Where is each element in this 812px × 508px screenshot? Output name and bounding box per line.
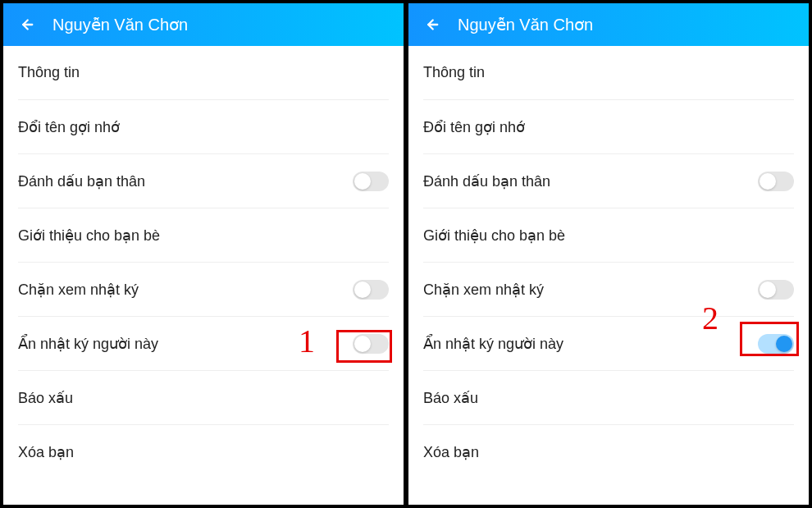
row-label: Giới thiệu cho bạn bè	[423, 227, 794, 245]
row-gioi-thieu[interactable]: Giới thiệu cho bạn bè	[423, 208, 794, 263]
settings-list: Thông tin Đổi tên gợi nhớ Đánh dấu bạn t…	[408, 46, 809, 505]
toggle-best-friend[interactable]	[758, 172, 794, 191]
row-xoa-ban[interactable]: Xóa bạn	[18, 425, 389, 479]
row-chan-xem[interactable]: Chặn xem nhật ký	[423, 263, 794, 317]
row-an-nhat-ky[interactable]: Ẩn nhật ký người này	[423, 317, 794, 371]
row-xoa-ban[interactable]: Xóa bạn	[423, 425, 794, 479]
toggle-block-diary[interactable]	[758, 280, 794, 300]
row-label: Chặn xem nhật ký	[18, 281, 353, 299]
row-chan-xem[interactable]: Chặn xem nhật ký	[18, 263, 389, 317]
back-icon[interactable]	[420, 14, 441, 35]
settings-list: Thông tin Đổi tên gợi nhớ Đánh dấu bạn t…	[3, 46, 404, 505]
row-label: Ẩn nhật ký người này	[18, 335, 353, 353]
back-icon[interactable]	[15, 14, 36, 35]
row-bao-xau[interactable]: Báo xấu	[423, 371, 794, 425]
toggle-block-diary[interactable]	[353, 280, 389, 300]
toggle-hide-diary[interactable]	[758, 334, 794, 354]
row-label: Đánh dấu bạn thân	[423, 172, 758, 190]
row-bao-xau[interactable]: Báo xấu	[18, 371, 389, 425]
row-gioi-thieu[interactable]: Giới thiệu cho bạn bè	[18, 208, 389, 263]
row-label: Báo xấu	[18, 389, 389, 407]
pane-left: Nguyễn Văn Chơn Thông tin Đổi tên gợi nh…	[3, 3, 404, 505]
row-danh-dau[interactable]: Đánh dấu bạn thân	[423, 154, 794, 208]
row-label: Giới thiệu cho bạn bè	[18, 227, 389, 245]
row-label: Thông tin	[18, 64, 389, 81]
row-label: Đánh dấu bạn thân	[18, 172, 353, 190]
pane-right: Nguyễn Văn Chơn Thông tin Đổi tên gợi nh…	[408, 3, 809, 505]
row-thong-tin[interactable]: Thông tin	[18, 46, 389, 100]
page-title: Nguyễn Văn Chơn	[52, 15, 188, 34]
row-label: Ẩn nhật ký người này	[423, 335, 758, 353]
row-label: Đổi tên gợi nhớ	[18, 118, 389, 136]
row-label: Xóa bạn	[18, 443, 389, 461]
page-title: Nguyễn Văn Chơn	[458, 15, 593, 34]
row-label: Xóa bạn	[423, 443, 794, 461]
row-label: Báo xấu	[423, 389, 794, 407]
row-label: Đổi tên gợi nhớ	[423, 118, 794, 136]
header: Nguyễn Văn Chơn	[3, 3, 404, 46]
toggle-hide-diary[interactable]	[353, 334, 389, 354]
toggle-best-friend[interactable]	[353, 172, 389, 191]
row-label: Thông tin	[423, 64, 794, 81]
row-doi-ten[interactable]: Đổi tên gợi nhớ	[423, 100, 794, 154]
row-danh-dau[interactable]: Đánh dấu bạn thân	[18, 154, 389, 208]
row-an-nhat-ky[interactable]: Ẩn nhật ký người này	[18, 317, 389, 371]
row-doi-ten[interactable]: Đổi tên gợi nhớ	[18, 100, 389, 154]
row-thong-tin[interactable]: Thông tin	[423, 46, 794, 100]
header: Nguyễn Văn Chơn	[408, 3, 809, 46]
row-label: Chặn xem nhật ký	[423, 281, 758, 299]
